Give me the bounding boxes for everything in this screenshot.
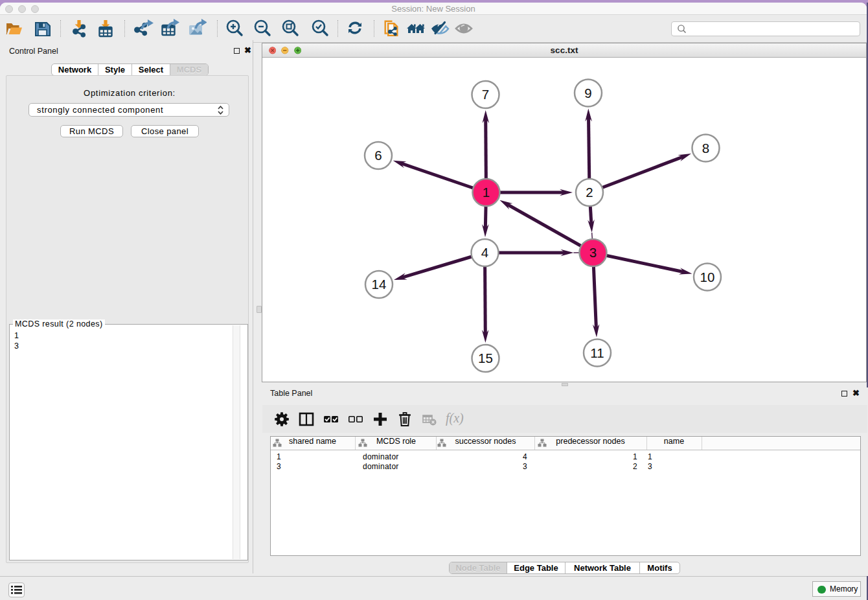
svg-text:15: 15 (478, 351, 493, 365)
svg-text:4: 4 (481, 245, 488, 260)
svg-text:1: 1 (483, 185, 490, 200)
svg-text:3: 3 (589, 245, 597, 260)
svg-text:14: 14 (372, 277, 387, 292)
svg-text:8: 8 (702, 141, 709, 156)
svg-text:9: 9 (584, 86, 591, 100)
svg-text:11: 11 (590, 345, 604, 360)
svg-text:6: 6 (374, 148, 382, 163)
svg-text:2: 2 (586, 185, 593, 200)
svg-text:7: 7 (482, 87, 489, 102)
svg-text:10: 10 (700, 270, 715, 284)
